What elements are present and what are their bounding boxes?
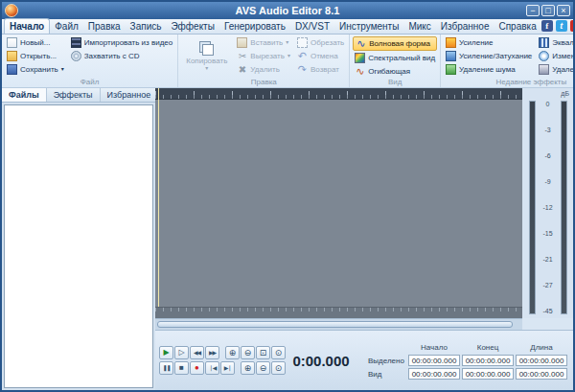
menu-tab-bar: Начало Файл Правка Запись Эффекты Генери… [2,19,573,35]
tab-favorites[interactable]: Избранное [436,19,494,34]
go-to-end-button[interactable]: ▶❘ [220,361,235,375]
tab-generate[interactable]: Генерировать [219,19,290,34]
pause-button[interactable]: ❚❚ [159,361,173,375]
ribbon-group-recent-effects: Усиление Усиление/Затухание Удаление шум… [441,35,573,87]
meter-unit-label: дБ [561,90,569,97]
open-button[interactable]: Открыть... [5,50,66,62]
sidebar-tab-files[interactable]: Файлы [2,88,47,102]
stop-button[interactable]: ■ [174,361,189,375]
amplify-label: Усиление [459,38,493,47]
noise-removal-button[interactable]: Удаление шума [444,63,534,76]
selection-row-label: Выделено [366,357,406,365]
silence-removal-button[interactable]: Удаление тишины [537,63,573,76]
capture-from-cd-button[interactable]: Захватить с CD [69,50,174,62]
tab-dxvst[interactable]: DX/VST [290,19,334,34]
save-button[interactable]: Сохранить ▾ [5,63,66,76]
play-selection-button[interactable]: ▷ [174,346,189,359]
sidebar-tab-effects[interactable]: Эффекты [47,88,101,102]
tab-record[interactable]: Запись [126,19,167,34]
group-label-edit: Правка [178,78,349,86]
dropdown-arrow-icon: ▾ [61,67,64,72]
tab-home[interactable]: Начало [4,18,50,34]
transport-panel: ▶ ▷ ◀◀ ▶▶ ⊕ ⊖ ⊡ ⊙ ❚❚ ■ ● ❘◀ ▶❘ ⊕ ⊖ ⊙ [155,330,573,390]
dropdown-arrow-icon: ▾ [288,54,290,58]
go-to-start-button[interactable]: ❘◀ [205,361,219,375]
tempo-change-button[interactable]: Изменение темпа [537,50,573,62]
rewind-button[interactable]: ◀◀ [190,346,204,359]
playback-cursor[interactable] [158,88,159,318]
zoom-reset-button[interactable]: ⊙ [271,361,286,375]
maximize-button[interactable]: □ [541,5,555,16]
meter-tick: -9 [539,178,558,185]
undo-button[interactable]: ↶ Отмена [295,50,346,62]
zoom-full-button[interactable]: ⊙ [271,346,286,359]
horizontal-scrollbar[interactable] [155,318,522,330]
selection-end-field[interactable]: 00:00:00.000 [462,355,514,366]
sidebar-tabs: Файлы Эффекты Избранное [2,88,155,103]
import-from-video-button[interactable]: Импортировать из видео [69,36,174,49]
delete-button[interactable]: ✖ Удалить [235,63,292,76]
fade-button[interactable]: Усиление/Затухание [444,50,534,62]
selection-start-field[interactable]: 00:00:00.000 [408,355,460,366]
trim-button[interactable]: Обрезать [295,36,346,49]
copy-button[interactable]: Копировать ▾ [181,36,232,76]
waveform-area[interactable] [155,88,522,318]
envelope-view-button[interactable]: ∿ Огибающая [353,65,437,78]
header-start: Начало [408,343,460,352]
bottom-ruler [155,307,522,318]
tab-effects[interactable]: Эффекты [166,19,218,34]
tab-file[interactable]: Файл [50,19,83,34]
tab-tools[interactable]: Инструменты [334,19,403,34]
paste-button[interactable]: Вставить ▾ [235,36,292,49]
spectral-view-button[interactable]: Спектральный вид [353,52,437,64]
dropdown-arrow-icon: ▾ [286,40,288,45]
files-list-panel[interactable] [4,104,153,388]
dropdown-arrow-icon: ▾ [205,66,208,71]
youtube-icon[interactable]: ▶ [570,20,575,32]
waveform-view-button[interactable]: ∿ Волновая форма [353,36,437,51]
film-icon [71,37,81,48]
noise-removal-label: Удаление шума [459,65,516,74]
tab-edit[interactable]: Правка [83,19,126,34]
equalizer-button[interactable]: Эквалайзер [537,36,573,49]
redo-icon: ↷ [297,64,308,75]
selection-length-field[interactable]: 00:00:00.000 [516,355,567,366]
meter-tick: 0 [539,101,558,107]
sidebar-tab-favorites[interactable]: Избранное [101,88,159,102]
redo-label: Возврат [310,65,339,74]
vertical-zoom-out-button[interactable]: ⊖ [256,361,270,375]
play-button[interactable]: ▶ [159,346,173,359]
scrollbar-thumb[interactable] [157,321,513,328]
view-end-field[interactable]: 00:00:00.000 [462,368,514,380]
minimize-button[interactable]: − [526,5,540,16]
close-button[interactable]: × [557,5,570,16]
record-button[interactable]: ● [190,361,204,375]
tempo-change-label: Изменение темпа [552,52,573,60]
noise-removal-icon [446,64,456,75]
app-window: AVS Audio Editor 8.1 − □ × Начало Файл П… [0,0,575,392]
cut-button[interactable]: ✂ Вырезать ▾ [235,50,292,62]
zoom-out-button[interactable]: ⊖ [241,346,255,359]
timeline-ruler[interactable] [155,88,522,100]
envelope-icon: ∿ [355,66,365,77]
view-length-field[interactable]: 00:00:00.000 [516,368,567,380]
view-start-field[interactable]: 00:00:00.000 [408,368,460,380]
tab-mix[interactable]: Микс [403,19,435,34]
fast-forward-button[interactable]: ▶▶ [205,346,219,359]
fade-label: Усиление/Затухание [459,52,532,60]
twitter-icon[interactable]: t [556,20,567,32]
equalizer-icon [539,37,549,48]
time-display: 0:00.000 [290,353,352,369]
facebook-icon[interactable]: f [541,20,553,32]
new-button[interactable]: Новый... [5,36,66,49]
tab-help[interactable]: Справка [494,19,540,34]
zoom-in-button[interactable]: ⊕ [225,346,240,359]
titlebar: AVS Audio Editor 8.1 − □ × [2,2,573,19]
zoom-selection-button[interactable]: ⊡ [256,346,270,359]
vertical-zoom-in-button[interactable]: ⊕ [241,361,255,375]
capture-from-cd-label: Захватить с CD [84,52,140,60]
group-label-view: Вид [350,78,440,86]
amplify-button[interactable]: Усиление [444,36,534,49]
meter-tick: -45 [539,308,558,314]
redo-button[interactable]: ↷ Возврат [295,63,346,76]
